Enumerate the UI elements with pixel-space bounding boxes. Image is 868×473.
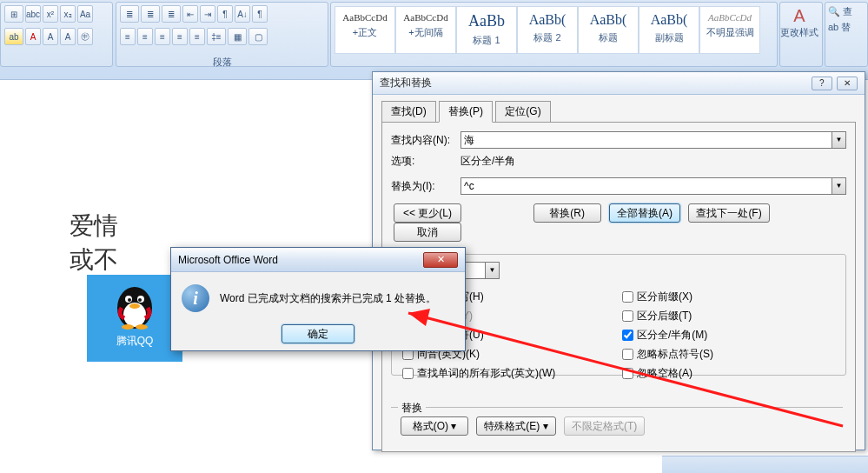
- bottom-ruler-strip: [662, 456, 868, 473]
- style-nospacing[interactable]: AaBbCcDd+无间隔: [395, 6, 456, 54]
- paragraph-label: 段落: [116, 56, 328, 66]
- document-text: 爱情 或不: [70, 209, 118, 276]
- align-left-icon[interactable]: ≡: [120, 28, 136, 45]
- highlight-icon[interactable]: ab: [4, 28, 23, 45]
- enclose-icon[interactable]: ㊥: [77, 28, 93, 45]
- find-label: 查找内容(N):: [391, 133, 461, 148]
- tab-replace[interactable]: 替换(P): [439, 101, 493, 123]
- line-spacing-icon[interactable]: ‡≡: [207, 28, 226, 45]
- msgbox-close-button[interactable]: ✕: [423, 252, 458, 268]
- find-next-button[interactable]: 查找下一处(F): [688, 203, 769, 223]
- indent-dec-icon[interactable]: ⇤: [182, 5, 198, 23]
- svg-point-4: [128, 298, 131, 302]
- msgbox-title-text: Microsoft Office Word: [178, 254, 278, 266]
- indent-inc-icon[interactable]: ⇥: [200, 5, 215, 23]
- less-button[interactable]: << 更少(L): [394, 203, 461, 223]
- dialog-close-button[interactable]: ✕: [837, 77, 858, 90]
- format-button[interactable]: 格式(O) ▾: [401, 416, 468, 436]
- find-button[interactable]: 🔍 查: [828, 5, 865, 18]
- chk-punct[interactable]: 忽略标点符号(S): [619, 346, 838, 363]
- qq-label: 腾讯QQ: [87, 334, 182, 349]
- replace-section-legend: 替换: [398, 401, 426, 416]
- options-value: 区分全/半角: [461, 154, 515, 169]
- style-h2[interactable]: AaBb(标题 2: [517, 6, 578, 54]
- cancel-button[interactable]: 取消: [394, 223, 461, 242]
- sub-icon[interactable]: x₂: [60, 5, 76, 23]
- numbering-icon[interactable]: ≣: [141, 5, 160, 23]
- info-icon: i: [182, 284, 209, 312]
- sort-icon[interactable]: A↓: [235, 5, 250, 23]
- chk-all-forms[interactable]: 查找单词的所有形式(英文)(W): [399, 365, 619, 382]
- msgbox-text: Word 已完成对文档的搜索并已完成 1 处替换。: [220, 291, 436, 306]
- options-label: 选项:: [391, 154, 461, 169]
- ribbon-group-styles: AaBbCcDd+正文AaBbCcDd+无间隔AaBb标题 1AaBb(标题 2…: [330, 2, 778, 67]
- borders-icon[interactable]: ▢: [248, 28, 268, 45]
- dialog-titlebar[interactable]: 查找和替换 ? ✕: [373, 72, 865, 95]
- penguin-icon: [109, 280, 161, 332]
- message-box: Microsoft Office Word ✕ i Word 已完成对文档的搜索…: [170, 247, 466, 351]
- dialog-title-text: 查找和替换: [380, 76, 432, 90]
- replace-button[interactable]: ab 替: [828, 21, 865, 34]
- replace-input[interactable]: [461, 177, 832, 195]
- svg-point-8: [136, 324, 148, 330]
- ribbon-group-font-ext: ⊞ abc x² x₂ Aa ab A A A ㊥: [0, 2, 113, 67]
- chk-prefix[interactable]: 区分前缀(X): [619, 289, 838, 305]
- replace-label: 替换为(I):: [391, 179, 461, 194]
- showmarks-icon[interactable]: ¶: [252, 5, 268, 23]
- bullets-icon[interactable]: ≣: [120, 5, 139, 23]
- strike-icon[interactable]: abc: [25, 5, 41, 23]
- tab-goto[interactable]: 定位(G): [495, 101, 550, 122]
- svg-point-6: [129, 303, 140, 309]
- style-subtitle[interactable]: AaBb(副标题: [639, 6, 699, 54]
- tab-find[interactable]: 查找(D): [381, 101, 436, 122]
- font-color-icon[interactable]: A: [25, 28, 41, 45]
- justify-icon[interactable]: ≡: [172, 28, 188, 45]
- replace-all-button[interactable]: 全部替换(A): [609, 203, 680, 223]
- distribute-icon[interactable]: ≡: [189, 28, 205, 45]
- search-dir-arrow-icon[interactable]: ▼: [486, 262, 500, 279]
- qq-desktop-icon[interactable]: 腾讯QQ: [87, 275, 182, 362]
- ribbon-group-paragraph: ≣ ≣ ≣ ⇤ ⇥ ¶ A↓ ¶ ≡ ≡ ≡ ≡ ≡ ‡≡ ▦ ▢ 段落: [116, 2, 328, 67]
- special-button[interactable]: 特殊格式(E) ▾: [476, 416, 555, 436]
- dialog-tabs: 查找(D) 替换(P) 定位(G): [373, 95, 865, 122]
- replace-dropdown-icon[interactable]: ▼: [832, 177, 846, 195]
- style-title[interactable]: AaBb(标题: [578, 6, 639, 54]
- case-icon[interactable]: Aa: [77, 5, 93, 23]
- change-style-button[interactable]: A 更改样式: [780, 3, 818, 50]
- ribbon-group-change-style: A 更改样式: [779, 2, 823, 67]
- border-icon[interactable]: ⊞: [4, 5, 23, 23]
- style-subtle[interactable]: AaBbCcDd不明显强调: [699, 6, 760, 54]
- dialog-help-button[interactable]: ?: [812, 77, 832, 90]
- ok-button[interactable]: 确定: [282, 324, 354, 343]
- align-right-icon[interactable]: ≡: [155, 28, 170, 45]
- style-normal[interactable]: AaBbCcDd+正文: [335, 6, 395, 54]
- chk-space[interactable]: 忽略空格(A): [619, 365, 838, 382]
- char-border-icon[interactable]: A: [60, 28, 76, 45]
- align-center-icon[interactable]: ≡: [137, 28, 153, 45]
- multilevel-icon[interactable]: ≣: [162, 5, 181, 23]
- msgbox-titlebar[interactable]: Microsoft Office Word ✕: [171, 248, 465, 272]
- style-h1[interactable]: AaBb标题 1: [456, 6, 517, 54]
- chk-suffix[interactable]: 区分后缀(T): [619, 308, 838, 324]
- svg-point-5: [138, 298, 142, 302]
- svg-point-7: [122, 324, 134, 330]
- find-input[interactable]: [461, 131, 832, 149]
- ribbon: ⊞ abc x² x₂ Aa ab A A A ㊥ ≣ ≣ ≣ ⇤ ⇥ ¶ A↓…: [0, 0, 868, 80]
- super-icon[interactable]: x²: [43, 5, 58, 23]
- noformat-button: 不限定格式(T): [564, 416, 645, 436]
- find-dropdown-icon[interactable]: ▼: [832, 131, 846, 149]
- ribbon-group-editing: 🔍 查 ab 替: [825, 2, 868, 67]
- ltr-icon[interactable]: ¶: [217, 5, 233, 23]
- char-shading-icon[interactable]: A: [43, 28, 58, 45]
- replace-one-button[interactable]: 替换(R): [533, 203, 601, 223]
- shading-icon[interactable]: ▦: [228, 28, 247, 45]
- chk-width[interactable]: 区分全/半角(M): [619, 327, 838, 343]
